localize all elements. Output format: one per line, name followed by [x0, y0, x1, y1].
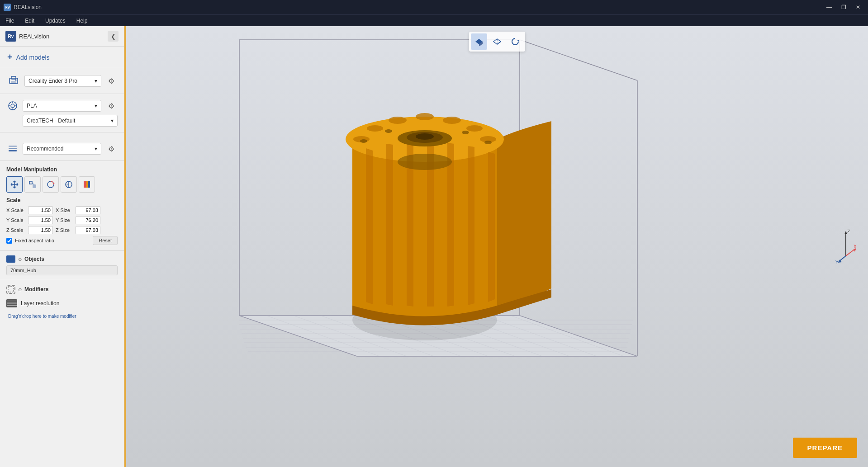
view-solid-button[interactable] [471, 33, 487, 50]
scale-tool-button[interactable] [24, 176, 41, 193]
modifier-layer-resolution[interactable]: Layer resolution [6, 297, 118, 309]
svg-point-65 [462, 131, 469, 134]
quality-dropdown-icon: ▾ [95, 146, 97, 152]
modifiers-section-icon [6, 285, 15, 294]
svg-point-54 [416, 113, 434, 120]
y-size-input[interactable] [76, 216, 100, 224]
rotate-tool-button[interactable] [43, 176, 59, 193]
svg-point-67 [484, 141, 492, 144]
objects-section-icon [6, 255, 15, 263]
reset-view-button[interactable] [507, 33, 523, 50]
menu-file[interactable]: File [4, 17, 16, 25]
printer-row: Creality Ender 3 Pro ▾ ⚙ [6, 74, 118, 88]
x-scale-row: X Scale X Size [6, 206, 118, 214]
svg-rect-24 [7, 300, 17, 302]
printer-value: Creality Ender 3 Pro [28, 78, 77, 84]
quality-icon [6, 142, 19, 155]
plus-icon: + [7, 52, 13, 62]
modifiers-label: Modifiers [24, 286, 48, 292]
layer-resolution-label: Layer resolution [21, 300, 59, 307]
scale-title: Scale [6, 197, 118, 203]
axis-indicator: Z X Y [835, 229, 857, 265]
svg-text:X: X [854, 244, 857, 249]
menu-updates[interactable]: Updates [43, 17, 67, 25]
sidebar: Rv REALvision ❮ + Add models [0, 26, 124, 467]
printer-select[interactable]: Creality Ender 3 Pro ▾ [24, 75, 101, 87]
svg-point-59 [367, 125, 383, 132]
mirror-tool-button[interactable] [61, 176, 77, 193]
app-title: REALvision [14, 4, 42, 10]
y-scale-label: Y Scale [6, 217, 25, 223]
z-size-input[interactable] [76, 226, 100, 234]
svg-point-68 [360, 139, 367, 143]
quality-settings-button[interactable]: ⚙ [105, 142, 118, 155]
printer-section: Creality Ender 3 Pro ▾ ⚙ [0, 68, 124, 94]
titlebar-left: Rv REALvision [4, 4, 42, 11]
sidebar-collapse-button[interactable]: ❮ [108, 31, 119, 42]
sidebar-logo: Rv REALvision [5, 31, 49, 42]
svg-point-58 [389, 117, 407, 124]
3d-scene [126, 26, 868, 467]
reset-button[interactable]: Reset [93, 236, 118, 245]
menu-help[interactable]: Help [75, 17, 90, 25]
color-tool-button[interactable] [79, 176, 95, 193]
modifiers-collapse-icon: ⊙ [18, 287, 22, 292]
svg-point-64 [398, 154, 452, 170]
svg-rect-1 [11, 81, 16, 84]
svg-rect-21 [86, 181, 88, 188]
y-scale-row: Y Scale Y Size [6, 216, 118, 224]
svg-rect-10 [9, 146, 17, 147]
modifiers-header: ⊙ Modifiers [6, 285, 118, 294]
close-button[interactable]: ✕ [852, 3, 864, 12]
svg-rect-26 [7, 305, 17, 306]
svg-text:Y: Y [835, 260, 839, 265]
window-controls: — ❐ ✕ [823, 3, 864, 12]
z-scale-input[interactable] [28, 226, 53, 234]
objects-header: ⊙ Objects [6, 255, 118, 263]
add-models-button[interactable]: + Add models [0, 47, 124, 68]
drag-hint-link: here [33, 314, 42, 319]
material-value: PLA [27, 103, 37, 109]
quality-select[interactable]: Recommended ▾ [23, 143, 101, 155]
titlebar: Rv REALvision — ❐ ✕ [0, 0, 868, 14]
object-item[interactable]: 70mm_Hub [6, 265, 118, 275]
maximize-button[interactable]: ❐ [837, 3, 850, 12]
menubar: File Edit Updates Help [0, 14, 868, 26]
profile-select[interactable]: CreaTECH - Default ▾ [23, 115, 118, 127]
model-manipulation-section: Model Manipulation Scale [0, 161, 124, 251]
sidebar-app-title: REALvision [19, 33, 49, 40]
drag-hint-suffix: to make modifier [42, 314, 76, 319]
x-scale-input[interactable] [28, 206, 53, 214]
quality-row: Recommended ▾ ⚙ [6, 142, 118, 155]
svg-point-63 [416, 133, 434, 140]
menu-edit[interactable]: Edit [23, 17, 36, 25]
x-size-input[interactable] [76, 206, 100, 214]
y-size-label: Y Size [56, 217, 73, 223]
modifiers-section: ⊙ Modifiers Layer resolution Drag'n'drop… [0, 280, 124, 323]
move-tool-button[interactable] [6, 176, 23, 193]
layer-resolution-icon [6, 299, 17, 307]
x-scale-label: X Scale [6, 208, 25, 213]
fixed-aspect-ratio-row: Fixed aspect ratio Reset [6, 236, 118, 245]
model-manipulation-title: Model Manipulation [6, 166, 118, 173]
quality-section: Recommended ▾ ⚙ [0, 132, 124, 161]
sidebar-header: Rv REALvision ❮ [0, 26, 124, 47]
logo-badge: Rv [5, 31, 16, 42]
app-icon: Rv [4, 4, 11, 11]
view-wireframe-button[interactable] [489, 33, 505, 50]
svg-rect-14 [33, 185, 36, 188]
minimize-button[interactable]: — [823, 3, 835, 12]
material-settings-button[interactable]: ⚙ [105, 99, 118, 112]
svg-point-55 [443, 117, 461, 124]
material-icon [6, 99, 19, 112]
material-select[interactable]: PLA ▾ [23, 100, 101, 112]
svg-point-3 [15, 80, 17, 81]
y-scale-input[interactable] [28, 216, 53, 224]
material-dropdown-icon: ▾ [95, 103, 97, 109]
svg-rect-20 [84, 181, 86, 188]
fixed-aspect-ratio-checkbox[interactable] [6, 238, 12, 244]
prepare-button[interactable]: PREPARE [793, 438, 857, 458]
viewport: Z X Y PREPARE [126, 26, 868, 467]
printer-settings-button[interactable]: ⚙ [105, 75, 118, 87]
viewport-toolbar [469, 32, 525, 52]
